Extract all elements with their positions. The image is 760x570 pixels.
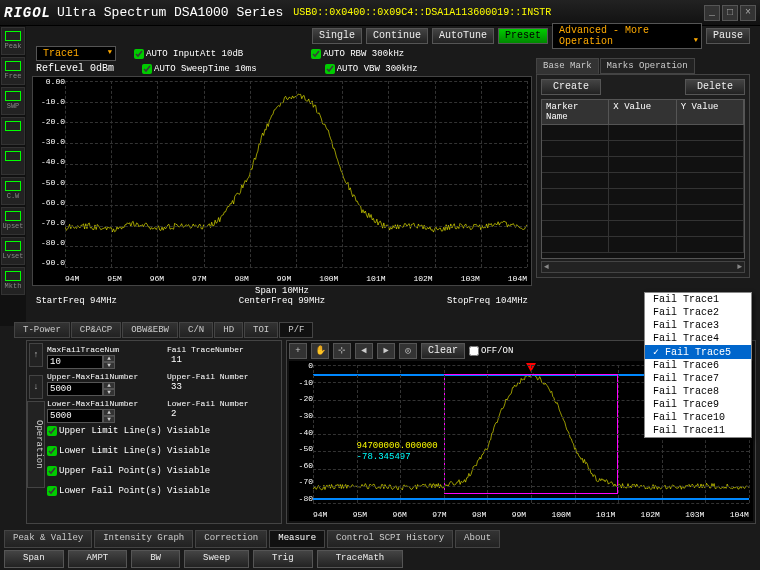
failtrace-label: Fail TraceNumber — [167, 345, 277, 354]
auto-rbw-check[interactable]: AUTO RBW 300kHz — [311, 49, 404, 59]
tab-cn[interactable]: C/N — [179, 322, 213, 338]
down-arrow-button[interactable]: ↓ — [29, 375, 43, 399]
context-item-5[interactable]: Fail Trace6 — [645, 359, 751, 372]
plot2-y-axis: 0-10-20-30-40-50-60-70-80 — [291, 361, 313, 503]
plot2-x-axis: 94M95M96M97M98M99M100M101M102M103M104M — [313, 510, 749, 519]
usb-address: USB0::0x0400::0x09C4::DSA1A113600019::IN… — [293, 7, 551, 18]
tab-base-mark[interactable]: Base Mark — [536, 58, 599, 74]
maximize-button[interactable]: □ — [722, 5, 738, 21]
context-item-6[interactable]: Fail Trace7 — [645, 372, 751, 385]
pause-button[interactable]: Pause — [706, 28, 750, 44]
context-item-1[interactable]: Fail Trace2 — [645, 306, 751, 319]
plot1-y-axis: 0.00-10.0-20.0-30.0-40.0-50.0-60.0-70.0-… — [35, 77, 65, 267]
delete-marker-button[interactable]: Delete — [685, 79, 745, 95]
trig-button[interactable]: Trig — [253, 550, 313, 568]
tab-cpacp[interactable]: CP&ACP — [71, 322, 121, 338]
tool-swp[interactable]: SWP — [1, 87, 25, 115]
zoom-plus-icon[interactable]: + — [289, 343, 307, 359]
autotune-button[interactable]: AutoTune — [432, 28, 494, 44]
close-button[interactable]: × — [740, 5, 756, 21]
tab-obwebw[interactable]: OBW&EBW — [122, 322, 178, 338]
spin-up[interactable]: ▲ — [103, 409, 115, 416]
lower-fail-visible-check[interactable]: Lower Fail Point(s) Visiable — [47, 486, 277, 496]
upper-limit-visible-check[interactable]: Upper Limit Line(s) Visiable — [47, 426, 277, 436]
bw-button[interactable]: BW — [131, 550, 180, 568]
uppermax-label: Upper-MaxFailNumber — [47, 372, 157, 381]
lowerfail-label: Lower-Fail Number — [167, 399, 277, 408]
product-name: Ultra Spectrum DSA1000 Series — [57, 5, 283, 20]
span-button[interactable]: Span — [4, 550, 64, 568]
lowermax-label: Lower-MaxFailNumber — [47, 399, 157, 408]
tool-4[interactable] — [1, 117, 25, 145]
preset-button[interactable]: Preset — [498, 28, 548, 44]
uppermax-input[interactable] — [47, 382, 103, 396]
spin-up[interactable]: ▲ — [103, 355, 115, 362]
marker-table-hscroll[interactable] — [541, 261, 745, 273]
spin-down[interactable]: ▼ — [103, 389, 115, 396]
upper-fail-visible-check[interactable]: Upper Fail Point(s) Visiable — [47, 466, 277, 476]
spin-down[interactable]: ▼ — [103, 362, 115, 369]
footer-tab-peak[interactable]: Peak & Valley — [4, 530, 92, 548]
pf-settings-panel: ↑ ↓ Operation MaxFailTraceNum ▲▼ Fail Tr… — [26, 340, 282, 524]
context-item-3[interactable]: Fail Trace4 — [645, 332, 751, 345]
brand-logo: RIGOL — [4, 5, 51, 21]
context-item-2[interactable]: Fail Trace3 — [645, 319, 751, 332]
footer-tab-correction[interactable]: Correction — [195, 530, 267, 548]
tool-lvset[interactable]: Lvset — [1, 237, 25, 265]
tab-hd[interactable]: HD — [214, 322, 243, 338]
ampt-button[interactable]: AMPT — [68, 550, 128, 568]
left-toolbar: Peak Free SWP C.W Upset Lvset Mkth — [0, 26, 26, 326]
tab-pf[interactable]: P/F — [279, 322, 313, 338]
context-item-7[interactable]: Fail Trace8 — [645, 385, 751, 398]
create-marker-button[interactable]: Create — [541, 79, 601, 95]
footer-tab-scpi[interactable]: Control SCPI History — [327, 530, 453, 548]
context-item-9[interactable]: Fail Trace10 — [645, 411, 751, 424]
tool-math[interactable]: Mkth — [1, 267, 25, 295]
tool-free[interactable]: Free — [1, 57, 25, 85]
prev-icon[interactable]: ◄ — [355, 343, 373, 359]
maxfail-input[interactable] — [47, 355, 103, 369]
auto-inputatt-check[interactable]: AUTO InputAtt 10dB — [134, 49, 243, 59]
offon-check[interactable]: OFF/ON — [469, 346, 513, 356]
minimize-button[interactable]: _ — [704, 5, 720, 21]
spin-up[interactable]: ▲ — [103, 382, 115, 389]
target-icon[interactable]: ◎ — [399, 343, 417, 359]
play-icon[interactable]: ► — [377, 343, 395, 359]
tool-peak[interactable]: Peak — [1, 27, 25, 55]
auto-vbw-check[interactable]: AUTO VBW 300kHz — [325, 64, 418, 74]
footer-tab-intensity[interactable]: Intensity Graph — [94, 530, 193, 548]
trace-dropdown[interactable]: Trace1 — [36, 46, 116, 61]
stopfreq-label: StopFreq 104MHz — [447, 296, 528, 306]
context-item-0[interactable]: Fail Trace1 — [645, 293, 751, 306]
context-item-10[interactable]: Fail Trace11 — [645, 424, 751, 437]
spin-down[interactable]: ▼ — [103, 416, 115, 423]
continue-button[interactable]: Continue — [366, 28, 428, 44]
plot1-x-axis: 94M95M96M97M98M99M100M101M102M103M104M — [65, 274, 527, 283]
tab-marks-operation[interactable]: Marks Operation — [600, 58, 695, 74]
advanced-dropdown[interactable]: Advanced - More Operation — [552, 23, 702, 49]
col-x-value: X Value — [609, 100, 676, 124]
clear-button[interactable]: Clear — [421, 343, 465, 359]
marker-table[interactable]: Marker Name X Value Y Value — [541, 99, 745, 259]
auto-sweeptime-check[interactable]: AUTO SweepTime 10ms — [142, 64, 257, 74]
single-button[interactable]: Single — [312, 28, 362, 44]
tab-toi[interactable]: TOI — [244, 322, 278, 338]
up-arrow-button[interactable]: ↑ — [29, 343, 43, 367]
tracemath-button[interactable]: TraceMath — [317, 550, 404, 568]
footer-tab-about[interactable]: About — [455, 530, 500, 548]
crosshair-icon[interactable]: ⊹ — [333, 343, 351, 359]
tool-upset[interactable]: Upset — [1, 207, 25, 235]
tab-tpower[interactable]: T-Power — [14, 322, 70, 338]
tool-5[interactable] — [1, 147, 25, 175]
context-item-4[interactable]: ✓ Fail Trace5 — [645, 345, 751, 359]
fail-trace-context-menu[interactable]: Fail Trace1Fail Trace2Fail Trace3Fail Tr… — [644, 292, 752, 438]
lower-limit-visible-check[interactable]: Lower Limit Line(s) Visiable — [47, 446, 277, 456]
footer-tab-measure[interactable]: Measure — [269, 530, 325, 548]
sweep-button[interactable]: Sweep — [184, 550, 249, 568]
context-item-8[interactable]: Fail Trace9 — [645, 398, 751, 411]
tool-cw[interactable]: C.W — [1, 177, 25, 205]
main-spectrum-plot[interactable]: 0.00-10.0-20.0-30.0-40.0-50.0-60.0-70.0-… — [32, 76, 532, 286]
operation-side-tab[interactable]: Operation — [27, 401, 45, 488]
hand-icon[interactable]: ✋ — [311, 343, 329, 359]
lowermax-input[interactable] — [47, 409, 103, 423]
